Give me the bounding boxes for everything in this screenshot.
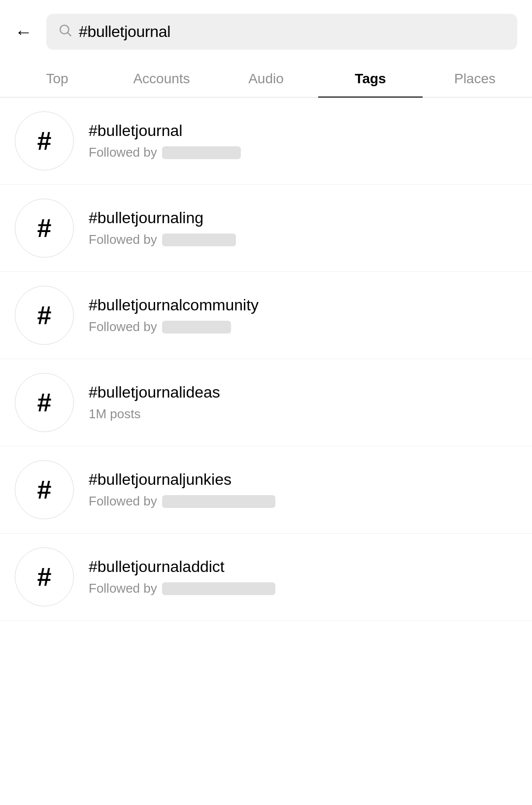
hashtag-icon-circle: # xyxy=(15,199,74,258)
tag-item[interactable]: ##bulletjournalcommunityFollowed by xyxy=(0,272,532,359)
hashtag-icon-circle: # xyxy=(15,286,74,345)
tag-name: #bulletjournalcommunity xyxy=(89,296,517,314)
search-bar[interactable]: #bulletjournal xyxy=(46,14,517,50)
tag-subline: Followed by xyxy=(89,232,517,247)
tag-subline: Followed by xyxy=(89,581,517,596)
tag-name: #bulletjournalideas xyxy=(89,383,517,402)
header: ← #bulletjournal xyxy=(0,0,532,60)
hashtag-icon: # xyxy=(37,477,52,503)
hashtag-icon: # xyxy=(37,390,52,415)
follower-placeholder xyxy=(162,495,275,508)
tag-info: #bulletjournaladdictFollowed by xyxy=(89,558,517,596)
hashtag-icon: # xyxy=(37,128,52,154)
tag-info: #bulletjournalFollowed by xyxy=(89,122,517,160)
tag-item[interactable]: ##bulletjournalFollowed by xyxy=(0,98,532,185)
hashtag-icon: # xyxy=(37,215,52,241)
tag-name: #bulletjournaladdict xyxy=(89,558,517,576)
hashtag-icon-circle: # xyxy=(15,547,74,606)
followed-by-label: Followed by xyxy=(89,581,157,596)
hashtag-icon-circle: # xyxy=(15,460,74,519)
tag-item[interactable]: ##bulletjournaljunkiesFollowed by xyxy=(0,446,532,534)
search-value: #bulletjournal xyxy=(79,23,170,41)
tag-list: ##bulletjournalFollowed by##bulletjourna… xyxy=(0,98,532,621)
hashtag-icon: # xyxy=(37,302,52,328)
follower-placeholder xyxy=(162,234,236,246)
followed-by-label: Followed by xyxy=(89,494,157,509)
tag-name: #bulletjournaljunkies xyxy=(89,470,517,489)
svg-line-1 xyxy=(67,33,70,35)
followed-by-label: Followed by xyxy=(89,319,157,335)
hashtag-icon-circle: # xyxy=(15,111,74,170)
tag-item[interactable]: ##bulletjournaladdictFollowed by xyxy=(0,534,532,621)
back-button[interactable]: ← xyxy=(15,23,37,41)
tag-subline: Followed by xyxy=(89,494,517,509)
follower-placeholder xyxy=(162,582,275,595)
follower-placeholder xyxy=(162,321,231,334)
tag-subline: Followed by xyxy=(89,145,517,160)
tab-top[interactable]: Top xyxy=(5,60,109,98)
follower-placeholder xyxy=(162,146,241,159)
search-icon xyxy=(58,23,72,40)
tag-info: #bulletjournaljunkiesFollowed by xyxy=(89,470,517,509)
tag-info: #bulletjournalingFollowed by xyxy=(89,209,517,247)
tabs-bar: TopAccountsAudioTagsPlaces xyxy=(0,60,532,98)
tag-item[interactable]: ##bulletjournalingFollowed by xyxy=(0,185,532,272)
tab-audio[interactable]: Audio xyxy=(214,60,318,98)
tab-accounts[interactable]: Accounts xyxy=(109,60,214,98)
hashtag-icon: # xyxy=(37,564,52,590)
tag-name: #bulletjournaling xyxy=(89,209,517,227)
hashtag-icon-circle: # xyxy=(15,373,74,432)
followed-by-label: Followed by xyxy=(89,232,157,247)
tab-tags[interactable]: Tags xyxy=(318,60,423,98)
tag-item[interactable]: ##bulletjournalideas1M posts xyxy=(0,359,532,446)
posts-count: 1M posts xyxy=(89,406,517,422)
tag-name: #bulletjournal xyxy=(89,122,517,140)
tab-places[interactable]: Places xyxy=(423,60,527,98)
tag-subline: Followed by xyxy=(89,319,517,335)
tag-info: #bulletjournalideas1M posts xyxy=(89,383,517,422)
tag-info: #bulletjournalcommunityFollowed by xyxy=(89,296,517,335)
followed-by-label: Followed by xyxy=(89,145,157,160)
